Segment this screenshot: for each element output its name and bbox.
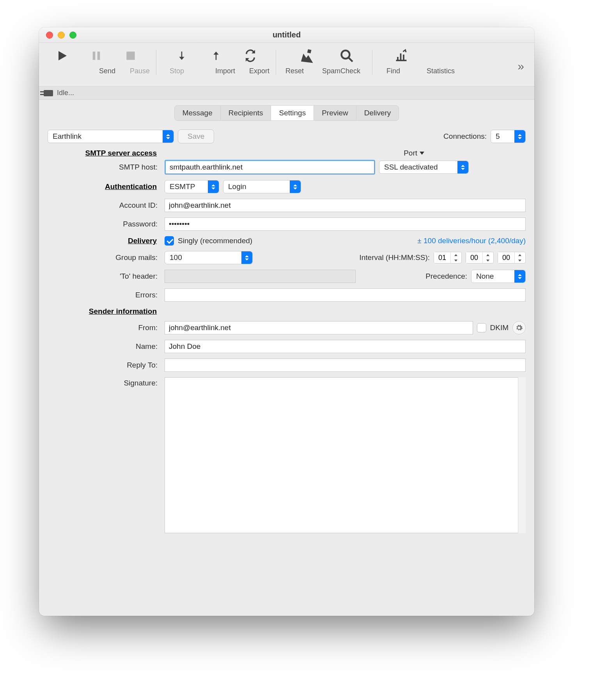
- singly-checkbox[interactable]: [165, 236, 174, 246]
- titlebar: untitled: [39, 27, 534, 43]
- signature-label: Signature:: [48, 377, 161, 387]
- errors-label: Errors:: [48, 291, 161, 299]
- port-label: Port: [404, 149, 417, 157]
- to-header-input: [165, 270, 356, 283]
- step-down-icon[interactable]: [451, 258, 461, 263]
- step-up-icon[interactable]: [515, 252, 525, 258]
- interval-mm-stepper[interactable]: [466, 252, 494, 263]
- dkim-checkbox[interactable]: [477, 323, 486, 332]
- connections-select[interactable]: 5: [491, 130, 526, 143]
- singly-label: Singly (recommended): [178, 237, 252, 245]
- dkim-label: DKIM: [490, 323, 509, 332]
- interval-ss-stepper[interactable]: [498, 252, 526, 263]
- from-input[interactable]: [165, 321, 473, 334]
- svg-rect-2: [126, 51, 135, 60]
- profile-select[interactable]: Earthlink: [48, 130, 174, 143]
- toolbar-overflow-icon[interactable]: »: [517, 60, 527, 73]
- gear-icon: [515, 324, 523, 332]
- chevron-down-icon[interactable]: [420, 152, 424, 155]
- svg-rect-0: [93, 51, 96, 60]
- connections-label: Connections:: [443, 132, 487, 141]
- tab-settings[interactable]: Settings: [271, 106, 314, 120]
- connection-icon: [44, 90, 53, 96]
- password-input[interactable]: [165, 217, 526, 231]
- tab-preview[interactable]: Preview: [314, 106, 356, 120]
- svg-rect-1: [97, 51, 100, 60]
- section-auth: Authentication: [48, 182, 161, 191]
- section-delivery: Delivery: [48, 237, 161, 245]
- section-sender: Sender information: [48, 307, 161, 316]
- auth-type-select[interactable]: ESMTP: [165, 180, 219, 193]
- account-id-input[interactable]: [165, 199, 526, 212]
- group-mails-select[interactable]: 100: [165, 251, 253, 264]
- from-label: From:: [48, 323, 161, 332]
- ssl-mode-select[interactable]: SSL deactivated: [379, 161, 469, 174]
- precedence-label: Precedence:: [425, 272, 467, 281]
- step-down-icon[interactable]: [515, 258, 525, 263]
- signature-textarea[interactable]: [165, 377, 526, 533]
- tab-delivery[interactable]: Delivery: [356, 106, 399, 120]
- scrollbar[interactable]: [518, 377, 526, 533]
- svg-point-3: [342, 51, 350, 59]
- smtp-host-label: SMTP host:: [48, 163, 161, 171]
- svg-line-4: [349, 58, 353, 62]
- step-up-icon[interactable]: [451, 252, 461, 258]
- main-toolbar: Send Pause Stop Import Export Reset Spam…: [39, 43, 534, 87]
- app-window: untitled Send Pause Stop Import Export R…: [39, 27, 534, 616]
- dkim-settings-button[interactable]: [512, 321, 526, 334]
- step-down-icon[interactable]: [483, 258, 493, 263]
- chevron-updown-icon: [163, 130, 174, 143]
- errors-input[interactable]: [165, 288, 526, 302]
- tab-bar: Message Recipients Settings Preview Deli…: [39, 100, 534, 128]
- chevron-updown-icon: [208, 180, 219, 193]
- group-mails-label: Group mails:: [48, 253, 161, 262]
- to-header-label: 'To' header:: [48, 272, 161, 281]
- status-bar: Idle...: [39, 87, 534, 100]
- password-label: Password:: [48, 220, 161, 228]
- stop-button[interactable]: Stop: [115, 46, 147, 75]
- interval-label: Interval (HH:MM:SS):: [359, 253, 430, 262]
- smtp-host-input[interactable]: [165, 160, 375, 175]
- tab-recipients[interactable]: Recipients: [221, 106, 271, 120]
- statistics-button[interactable]: Statistics: [382, 46, 421, 75]
- status-text: Idle...: [57, 89, 74, 97]
- chevron-updown-icon: [457, 161, 468, 173]
- tab-message[interactable]: Message: [175, 106, 221, 120]
- name-input[interactable]: [165, 340, 526, 353]
- section-smtp: SMTP server access: [48, 149, 161, 157]
- chevron-updown-icon: [290, 180, 301, 193]
- name-label: Name:: [48, 342, 161, 351]
- auth-method-select[interactable]: Login: [223, 180, 301, 193]
- reply-to-input[interactable]: [165, 359, 526, 372]
- delivery-rate-link[interactable]: ± 100 deliveries/hour (2,400/day): [417, 237, 526, 245]
- settings-panel: Earthlink Save Connections: 5 SMTP serve…: [39, 128, 534, 547]
- chevron-updown-icon: [514, 270, 525, 283]
- window-title: untitled: [39, 30, 534, 39]
- chevron-updown-icon: [241, 251, 252, 264]
- interval-hh-stepper[interactable]: [434, 252, 462, 263]
- save-button[interactable]: Save: [178, 129, 214, 143]
- chevron-updown-icon: [514, 130, 525, 143]
- reply-to-label: Reply To:: [48, 361, 161, 369]
- account-id-label: Account ID:: [48, 201, 161, 210]
- step-up-icon[interactable]: [483, 252, 493, 258]
- precedence-select[interactable]: None: [471, 270, 526, 283]
